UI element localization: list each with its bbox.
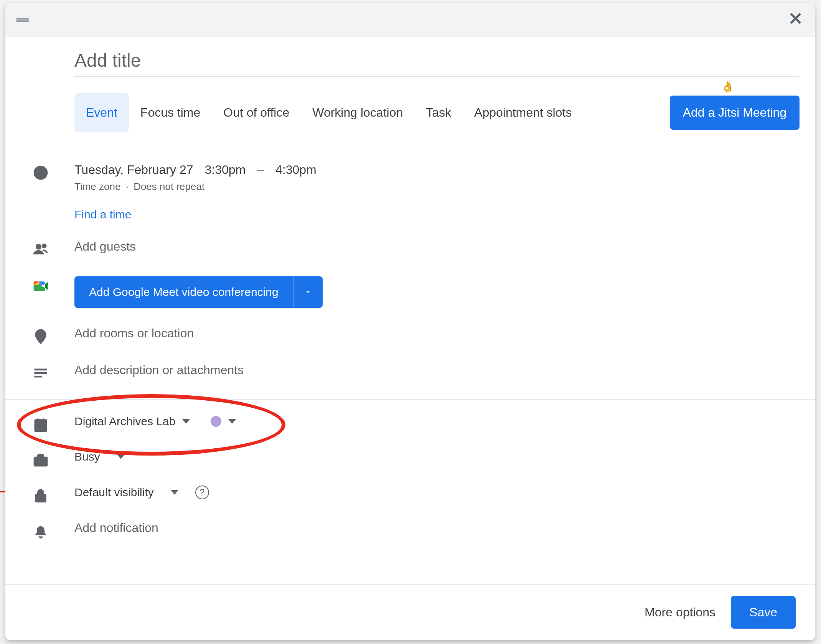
event-type-tabs: Event Focus time Out of office Working l… <box>74 93 800 132</box>
svg-point-1 <box>36 244 41 249</box>
availability-select[interactable]: Busy <box>74 450 100 463</box>
caret-down-icon <box>182 419 190 424</box>
visibility-select[interactable]: Default visibility <box>74 486 154 499</box>
google-meet-icon <box>32 278 49 295</box>
lock-icon <box>32 487 49 504</box>
tab-task[interactable]: Task <box>414 93 463 132</box>
svg-rect-12 <box>35 457 47 466</box>
modal-content: Event Focus time Out of office Working l… <box>5 37 815 584</box>
add-description-input[interactable]: Add description or attachments <box>74 363 244 377</box>
calendar-select[interactable]: Digital Archives Lab <box>74 415 175 428</box>
add-guests-input[interactable]: Add guests <box>74 239 136 253</box>
calendar-icon <box>32 416 49 433</box>
close-button[interactable] <box>787 10 804 30</box>
time-dash: – <box>257 163 264 177</box>
save-button[interactable]: Save <box>731 596 796 629</box>
caret-down-icon <box>228 419 236 424</box>
svg-point-3 <box>39 333 42 337</box>
jitsi-icon: 👌 <box>721 80 734 93</box>
event-create-modal: Event Focus time Out of office Working l… <box>5 3 815 640</box>
svg-rect-11 <box>38 426 40 428</box>
svg-point-14 <box>40 497 41 499</box>
event-end-time[interactable]: 4:30pm <box>275 163 317 177</box>
event-start-time[interactable]: 3:30pm <box>204 163 246 177</box>
add-location-input[interactable]: Add rooms or location <box>74 326 194 340</box>
description-icon <box>32 365 49 381</box>
separator-dot: · <box>126 181 129 192</box>
add-jitsi-meeting-button[interactable]: Add a Jitsi Meeting <box>670 96 800 130</box>
briefcase-icon <box>32 452 49 469</box>
repeat-link[interactable]: Does not repeat <box>134 181 204 192</box>
tab-focus-time[interactable]: Focus time <box>129 93 212 132</box>
event-date[interactable]: Tuesday, February 27 <box>74 163 193 177</box>
bell-icon <box>32 522 49 539</box>
tab-appointment-slots[interactable]: Appointment slots <box>463 93 583 132</box>
event-title-input[interactable] <box>74 37 800 77</box>
tab-out-of-office[interactable]: Out of office <box>212 93 301 132</box>
location-icon <box>32 328 49 345</box>
add-notification-button[interactable]: Add notification <box>74 521 158 535</box>
clock-icon <box>32 164 49 181</box>
modal-footer: More options Save <box>5 584 815 640</box>
add-google-meet-button[interactable]: Add Google Meet video conferencing <box>74 276 293 308</box>
more-options-button[interactable]: More options <box>645 605 715 619</box>
caret-down-icon <box>117 454 125 459</box>
svg-point-2 <box>43 244 46 248</box>
tab-working-location[interactable]: Working location <box>301 93 414 132</box>
conferencing-options-dropdown[interactable] <box>293 276 323 308</box>
timezone-link[interactable]: Time zone <box>74 181 120 192</box>
caret-down-icon <box>171 490 178 495</box>
modal-header <box>5 3 815 37</box>
find-a-time-link[interactable]: Find a time <box>74 208 800 221</box>
divider <box>5 399 815 400</box>
calendar-color-swatch[interactable] <box>211 416 221 427</box>
tab-event[interactable]: Event <box>74 93 129 132</box>
calendar-now-indicator <box>0 491 5 492</box>
people-icon <box>32 241 49 258</box>
drag-handle-icon[interactable] <box>16 18 29 22</box>
visibility-help-button[interactable]: ? <box>195 485 209 499</box>
